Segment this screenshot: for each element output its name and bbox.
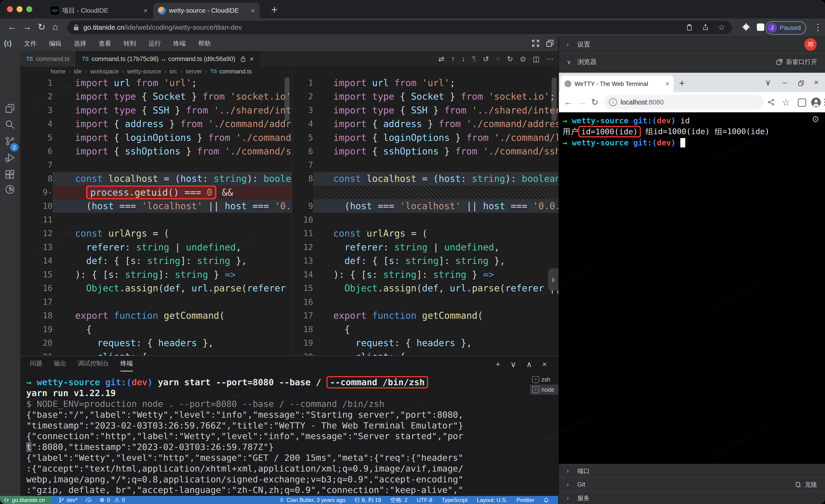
reload-icon[interactable]: ↻	[591, 97, 599, 107]
timeline-icon[interactable]	[5, 184, 15, 195]
forward-icon[interactable]: →	[22, 22, 32, 32]
breadcrumb-item[interactable]: workspace	[90, 68, 119, 75]
webview-menu-kebab-icon[interactable]: ⋮	[820, 97, 825, 107]
webview-close-icon[interactable]: ×	[814, 78, 819, 87]
previous-change-icon[interactable]: ↺	[483, 55, 489, 63]
breadcrumb-item[interactable]: server	[185, 68, 202, 75]
menu-item-终端[interactable]: 终端	[167, 39, 192, 48]
address-bar[interactable]: go.titanide.cn/ide/web/coding/wetty-sour…	[67, 21, 732, 34]
panel-tab-调试控制台[interactable]: 调试控制台	[78, 359, 109, 371]
tab-close-icon[interactable]: ×	[143, 7, 148, 14]
search-icon[interactable]	[5, 119, 15, 130]
maximize-panel-icon[interactable]: ∧	[526, 360, 532, 369]
info-icon[interactable]: i	[609, 98, 617, 106]
encoding[interactable]: UTF-8	[417, 497, 432, 503]
explorer-icon[interactable]	[5, 103, 15, 114]
whitespace-icon[interactable]: ¶	[472, 55, 476, 63]
share-icon[interactable]	[702, 24, 709, 31]
right-scrollbar[interactable]	[551, 77, 556, 121]
current-change-icon[interactable]: ○	[496, 55, 500, 63]
menu-item-转到[interactable]: 转到	[118, 39, 142, 48]
wetty-terminal[interactable]: ⚙ → wetty-source git:(dev) id用户id=1000(i…	[559, 112, 825, 464]
editor-tab-command-ts[interactable]: TS command.ts	[20, 51, 76, 67]
panel-expand-handle[interactable]: ›	[548, 268, 558, 290]
extensions-puzzle-icon[interactable]	[742, 23, 750, 32]
reload-icon[interactable]: ↻	[38, 22, 46, 32]
section-ports[interactable]: › 端口	[559, 465, 825, 478]
section-services[interactable]: › 服务	[559, 492, 825, 504]
window-close-button[interactable]	[7, 6, 13, 12]
webview-tab[interactable]: WeTTY - The Web Terminal ×	[560, 76, 674, 92]
sync-indicator[interactable]	[85, 497, 92, 503]
run-debug-icon[interactable]	[5, 152, 15, 163]
breadcrumb-item[interactable]: src	[169, 68, 177, 75]
terminal-list-item-node[interactable]: >node	[530, 385, 558, 395]
indentation[interactable]: 空格: 2	[390, 496, 407, 504]
problems-indicator[interactable]: ⊗0 ⚠0	[100, 496, 125, 504]
extensions-icon[interactable]	[5, 169, 15, 179]
menu-item-帮助[interactable]: 帮助	[192, 39, 217, 48]
menu-item-文件[interactable]: 文件	[18, 39, 43, 48]
panel-tab-输出[interactable]: 输出	[54, 359, 66, 371]
tab-close-icon[interactable]: ×	[249, 55, 254, 63]
git-clone-button[interactable]: 克隆	[795, 481, 817, 489]
language-mode[interactable]: TypeScript	[442, 497, 467, 503]
browser-tab-wetty-source[interactable]: wetty-source - CloudIDE ×	[153, 3, 260, 18]
open-changes-icon[interactable]: ⇄	[438, 55, 444, 63]
bookmark-star-icon[interactable]: ☆	[782, 97, 790, 108]
tab-close-icon[interactable]: ×	[251, 7, 255, 14]
next-change-icon[interactable]: ↻	[507, 55, 513, 63]
browser-menu-kebab-icon[interactable]: ⋮	[814, 22, 822, 32]
menu-item-编辑[interactable]: 编辑	[43, 39, 68, 48]
webview-tab-close-icon[interactable]: ×	[665, 80, 669, 88]
section-git[interactable]: › Git 克隆	[559, 478, 825, 491]
split-editor-icon[interactable]: ◫	[533, 55, 540, 63]
blame-indicator[interactable]: Cian Butler, 3 years ago	[279, 497, 346, 503]
close-panel-icon[interactable]: ×	[542, 360, 547, 369]
more-actions-icon[interactable]: ⋯	[546, 55, 553, 63]
timeline-icon[interactable]: ⊙	[520, 55, 526, 63]
panel-tab-问题[interactable]: 问题	[30, 359, 42, 371]
window-minimize-button[interactable]	[17, 6, 22, 12]
back-icon[interactable]: ←	[7, 22, 17, 32]
browser-tab-project[interactable]: <t> 项目 - CloudIDE ×	[46, 3, 152, 18]
git-branch-indicator[interactable]: dev*	[59, 497, 78, 503]
sidepanel-icon[interactable]	[757, 23, 764, 31]
webview-profile-avatar[interactable]	[811, 98, 821, 107]
back-icon[interactable]: ←	[564, 97, 573, 107]
diff-editor-original[interactable]: 1import url from 'url';2import type { So…	[20, 76, 292, 355]
remote-indicator[interactable]: go.titanide.cn	[0, 496, 51, 504]
panel-tab-终端[interactable]: 终端	[121, 359, 133, 371]
cursor-position[interactable]: 行 8, 列 19	[355, 496, 381, 504]
webview-new-tab-button[interactable]: +	[679, 78, 685, 89]
left-scrollbar[interactable]	[285, 77, 290, 121]
webview-address-bar[interactable]: i localhost :8080	[604, 95, 764, 109]
layout-icon[interactable]	[546, 39, 554, 48]
profile-button[interactable]: J Paused	[766, 21, 806, 34]
section-browser[interactable]: ∨ 浏览器 新窗口打开	[559, 54, 825, 70]
keyboard-layout[interactable]: Layout: U.S.	[477, 497, 507, 503]
section-settings[interactable]: › 设置 邓	[559, 36, 825, 53]
breadcrumb-item[interactable]: home	[51, 68, 66, 75]
notifications-bell-icon[interactable]	[543, 497, 549, 503]
terminal-list-item-zsh[interactable]: >zsh	[530, 374, 558, 385]
breadcrumb-file[interactable]: command.ts	[219, 68, 252, 75]
home-icon[interactable]: ⌂	[53, 22, 58, 32]
formatter[interactable]: Prettier	[517, 497, 534, 503]
user-badge[interactable]: 邓	[804, 38, 817, 51]
webview-restore-icon[interactable]	[798, 80, 804, 87]
open-new-window-button[interactable]: 新窗口打开	[776, 58, 817, 66]
diff-editor-modified[interactable]: 1import url from 'url';2import type { So…	[292, 76, 558, 355]
bookmark-star-icon[interactable]: ☆	[718, 22, 725, 32]
menu-item-查看[interactable]: 查看	[92, 39, 118, 48]
previous-file-icon[interactable]: ↑	[451, 55, 455, 63]
forward-icon[interactable]: →	[578, 97, 587, 107]
webview-minimize-icon[interactable]: –	[783, 78, 787, 87]
editor-tab-diff[interactable]: TS command.ts (17b75c98) ↔ command.ts (d…	[76, 51, 260, 67]
terminal-output[interactable]: → wetty-source git:(dev) yarn start --po…	[26, 377, 526, 496]
new-tab-button[interactable]: +	[271, 5, 278, 15]
webview-dropdown-icon[interactable]: ∨	[765, 78, 771, 87]
window-zoom-button[interactable]	[26, 6, 32, 12]
terminal-dropdown-icon[interactable]: ∨	[510, 360, 516, 369]
menu-item-选择[interactable]: 选择	[68, 39, 92, 48]
